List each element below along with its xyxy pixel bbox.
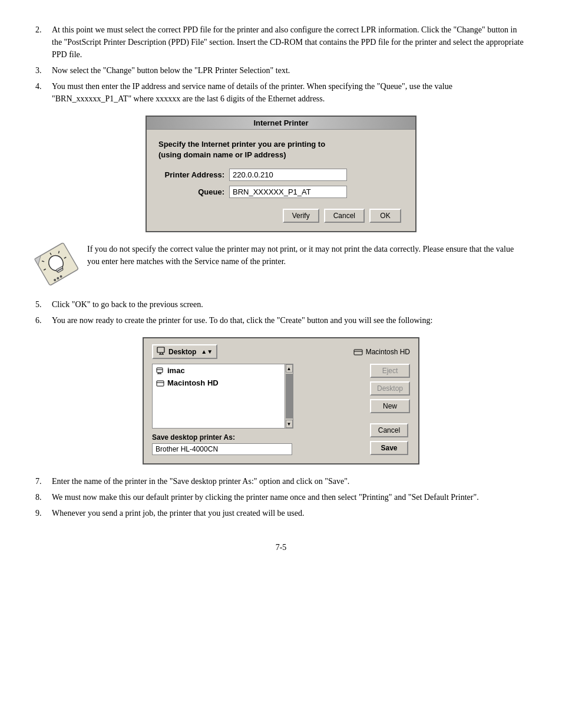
queue-label: Queue: (158, 187, 229, 196)
imac-label: imac (167, 366, 185, 375)
step-4-text: You must then enter the IP address and s… (52, 80, 527, 105)
step-7-num: 7. (35, 475, 52, 487)
printer-address-input[interactable] (229, 169, 347, 181)
page-content: 2. At this point we must select the corr… (35, 24, 527, 552)
step-8-num: 8. (35, 491, 52, 503)
dropdown-arrow-icon: ▲▼ (201, 348, 213, 355)
step-9-text: Whenever you send a print job, the print… (52, 507, 527, 519)
step-3: 3. Now select the "Change" button below … (35, 64, 527, 77)
step-9: 9. Whenever you send a print job, the pr… (35, 507, 527, 519)
file-list-item-macintosh[interactable]: Macintosh HD (153, 377, 293, 389)
step-6-num: 6. (35, 314, 52, 327)
save-area: Save desktop printer As: (152, 433, 364, 455)
file-list: imac Macintosh HD ▲ ▼ (152, 364, 293, 429)
desktop-top-bar: Desktop ▲▼ Macintosh HD (152, 344, 410, 359)
tip-text: If you do not specify the correct value … (87, 243, 527, 268)
save-input[interactable] (152, 443, 292, 455)
step-5: 5. Click "OK" to go back to the previous… (35, 298, 527, 311)
queue-input[interactable] (229, 186, 347, 198)
desktop-dialog: Desktop ▲▼ Macintosh HD (143, 337, 419, 465)
step-4-num: 4. (35, 80, 52, 105)
svg-rect-24 (157, 381, 164, 386)
bottom-buttons-spacer: Cancel Save (370, 423, 410, 455)
dialog-titlebar: Internet Printer (147, 117, 415, 130)
desktop-dropdown[interactable]: Desktop ▲▼ (152, 344, 217, 359)
step-3-num: 3. (35, 64, 52, 77)
steps-7-9-list: 7. Enter the name of the printer in the … (35, 475, 527, 519)
step-6: 6. You are now ready to create the print… (35, 314, 527, 327)
file-list-item-imac[interactable]: imac (153, 364, 293, 377)
scrollbar-thumb[interactable] (286, 374, 293, 419)
printer-address-field: Printer Address: (158, 169, 404, 181)
macintosh-label: Macintosh HD (353, 348, 410, 356)
cancel-button-desktop[interactable]: Cancel (370, 423, 408, 437)
step-2-num: 2. (35, 24, 52, 61)
verify-button[interactable]: Verify (283, 209, 319, 223)
step-2-text: At this point we must select the correct… (52, 24, 527, 61)
step-7: 7. Enter the name of the printer in the … (35, 475, 527, 487)
svg-rect-19 (157, 368, 163, 373)
steps-5-6-list: 5. Click "OK" to go back to the previous… (35, 298, 527, 327)
printer-address-label: Printer Address: (158, 170, 229, 179)
step-5-num: 5. (35, 298, 52, 311)
eject-button[interactable]: Eject (370, 364, 410, 378)
step-3-text: Now select the "Change" button below the… (52, 64, 527, 77)
step-5-text: Click "OK" to go back to the previous sc… (52, 298, 527, 311)
desktop-icon (157, 347, 166, 357)
queue-field: Queue: (158, 186, 404, 198)
dialog-body: Specify the Internet printer you are pri… (147, 130, 415, 231)
svg-rect-13 (157, 347, 164, 353)
macintosh-hd-item-label: Macintosh HD (167, 378, 219, 387)
desktop-main-area: imac Macintosh HD ▲ ▼ (152, 364, 410, 455)
page-number: 7-5 (35, 543, 527, 552)
scrollbar-down-icon[interactable]: ▼ (286, 420, 293, 428)
scrollbar-up-icon[interactable]: ▲ (286, 364, 293, 373)
tip-box: If you do not specify the correct value … (35, 243, 527, 288)
step-8: 8. We must now make this our default pri… (35, 491, 527, 503)
save-button-desktop[interactable]: Save (370, 441, 408, 455)
internet-printer-dialog: Internet Printer Specify the Internet pr… (146, 116, 416, 232)
step-6-text: You are now ready to create the printer … (52, 314, 527, 327)
step-4: 4. You must then enter the IP address an… (35, 80, 527, 105)
macintosh-hd-label: Macintosh HD (366, 348, 410, 356)
dialog-buttons: Verify Cancel OK (158, 209, 404, 223)
tip-icon (35, 243, 78, 288)
svg-rect-17 (354, 350, 362, 355)
new-button[interactable]: New (370, 399, 410, 413)
dialog-subtitle: Specify the Internet printer you are pri… (158, 139, 404, 160)
desktop-dropdown-label: Desktop (168, 348, 196, 356)
desktop-button[interactable]: Desktop (370, 381, 410, 396)
step-7-text: Enter the name of the printer in the "Sa… (52, 475, 527, 487)
step-8-text: We must now make this our default printe… (52, 491, 527, 503)
ok-button[interactable]: OK (369, 209, 401, 223)
steps-list: 2. At this point we must select the corr… (35, 24, 527, 105)
save-desktop-label: Save desktop printer As: (152, 433, 364, 442)
step-2: 2. At this point we must select the corr… (35, 24, 527, 61)
step-9-num: 9. (35, 507, 52, 519)
scrollbar[interactable]: ▲ ▼ (285, 364, 293, 428)
side-buttons: Eject Desktop New Cancel Save (370, 364, 410, 455)
cancel-button[interactable]: Cancel (324, 209, 365, 223)
